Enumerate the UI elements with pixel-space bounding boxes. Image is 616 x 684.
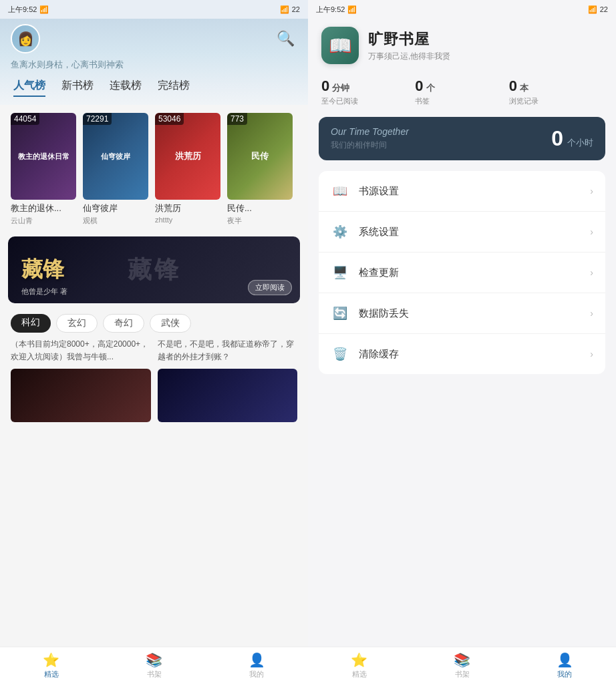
left-bottom-nav: ⭐ 精选 📚 书架 👤 我的 [0,647,308,684]
right-nav-jingxuan[interactable]: ⭐ 精选 [308,647,411,684]
left-nav-jingxuan-label: 精选 [44,669,59,679]
book-cover-bg-1: 仙穹彼岸 [83,113,148,200]
genre-scifi[interactable]: 科幻 [11,314,51,333]
profile-name: 旷野书屋 [368,29,603,49]
small-book-1[interactable] [158,369,298,422]
banner-subtitle: 他曾是少年 著 [21,287,67,297]
shuyuan-label: 书源设置 [359,185,590,198]
search-icon: 🔍 [277,30,295,47]
book-num-0: 44054 [11,113,39,125]
book-desc-list: （本书目前均定8000+，高定20000+，欢迎入坑阅读）我曾与牛顿... 不是… [0,338,308,363]
book-cover-2: 洪荒历 53046 [155,113,220,200]
book-list: 教主的退休日常 44054 教主的退休... 云山青 仙穹彼岸 72291 仙穹… [0,105,308,231]
right-battery: 22 [600,5,608,13]
tab-renqi[interactable]: 人气榜 [13,79,45,97]
menu-shuyuan[interactable]: 📖 书源设置 › [319,171,605,212]
book-num-1: 72291 [83,113,112,125]
book-title-0: 教主的退休... [11,202,76,214]
left-status-bar: 上午9:52 📶 📶 22 [0,0,308,19]
menu-xitong[interactable]: ⚙️ 系统设置 › [319,212,605,252]
left-nav-jingxuan-icon: ⭐ [43,652,59,668]
tab-xinshu[interactable]: 新书榜 [61,79,94,97]
book-title-2: 洪荒历 [155,202,220,214]
left-nav-wode[interactable]: 👤 我的 [205,647,308,684]
qingchu-chevron: › [590,349,593,359]
genre-xuanhuan[interactable]: 玄幻 [56,314,98,333]
profile-header: 📖 旷野书屋 万事须己运,他得非我贤 [308,19,616,77]
avatar-emoji: 👩 [17,31,34,47]
left-header-top: 👩 🔍 [11,24,297,53]
time-value: 0 [551,126,563,151]
time-card-subtitle: 我们的相伴时间 [331,140,409,151]
genre-wuxia[interactable]: 武侠 [150,314,191,333]
stat-minutes-label: 至今已阅读 [321,96,358,106]
left-nav-shujia-label: 书架 [147,669,162,679]
search-button[interactable]: 🔍 [273,27,297,51]
right-nav-jingxuan-icon: ⭐ [351,652,367,668]
xitong-label: 系统设置 [359,226,590,238]
menu-section: 📖 书源设置 › ⚙️ 系统设置 › 🖥️ 检查更新 › 🔄 数据防丢失 › 🗑… [319,171,605,374]
book-cover-text-3: 民传 [249,148,271,165]
stat-bookmarks-label: 书签 [415,96,430,106]
book-num-3: 773 [227,113,247,125]
left-nav-shujia-icon: 📚 [146,652,162,668]
banner[interactable]: 藏锋 藏锋 他曾是少年 著 立即阅读 [8,236,300,303]
stat-history-value: 0 本 [509,77,528,95]
right-nav-shujia[interactable]: 📚 书架 [411,647,514,684]
right-panel: 上午9:52 📶 📶 22 📖 旷野书屋 万事须己运,他得非我贤 0 分钟 至今… [308,0,616,684]
book-title-1: 仙穹彼岸 [83,202,148,214]
left-nav-wode-icon: 👤 [249,652,265,668]
left-nav-shujia[interactable]: 📚 书架 [103,647,206,684]
book-num-2: 53046 [155,113,184,125]
stats-row: 0 分钟 至今已阅读 0 个 书签 0 本 浏览记录 [308,77,616,117]
right-wifi-icon: 📶 [588,5,597,14]
jiancha-label: 检查更新 [359,267,590,279]
left-wifi-icon: 📶 [280,5,289,14]
rank-tabs: 人气榜 新书榜 连载榜 完结榜 [11,79,297,97]
banner-read-button[interactable]: 立即阅读 [248,280,292,295]
tab-wanjie[interactable]: 完结榜 [158,79,190,97]
menu-jiancha[interactable]: 🖥️ 检查更新 › [319,252,605,293]
right-nav-shujia-label: 书架 [455,669,470,679]
tab-lianzai[interactable]: 连载榜 [110,79,142,97]
app-icon-emoji: 📖 [329,35,352,57]
book-item-0[interactable]: 教主的退休日常 44054 教主的退休... 云山青 [11,113,76,226]
stat-minutes-value: 0 分钟 [321,77,349,95]
genre-qihuan[interactable]: 奇幻 [103,314,144,333]
banner-title: 藏锋 [21,255,64,285]
shuju-label: 数据防丢失 [359,307,590,320]
banner-bg-text: 藏锋 [128,254,181,287]
book-item-1[interactable]: 仙穹彼岸 72291 仙穹彼岸 观棋 [83,113,148,226]
small-book-0[interactable] [11,369,151,422]
avatar[interactable]: 👩 [11,24,40,53]
time-card: Our Time Together 我们的相伴时间 0 个小时 [319,117,605,160]
menu-shuju[interactable]: 🔄 数据防丢失 › [319,293,605,334]
left-status-right: 📶 22 [280,5,300,14]
jiancha-icon: 🖥️ [331,263,349,282]
qingchu-icon: 🗑️ [331,345,349,363]
header-motto: 鱼离水则身枯，心离书则神索 [11,59,297,71]
stat-history-label: 浏览记录 [509,96,538,106]
book-item-2[interactable]: 洪荒历 53046 洪荒历 zhttty [155,113,220,226]
stat-history: 0 本 浏览记录 [509,77,603,106]
right-status-left: 上午9:52 📶 [316,5,357,15]
stat-minutes: 0 分钟 至今已阅读 [321,77,415,106]
book-cover-text-2: 洪荒历 [172,148,204,165]
book-cover-bg-2: 洪荒历 [155,113,220,200]
right-nav-wode[interactable]: 👤 我的 [513,647,616,684]
time-card-left: Our Time Together 我们的相伴时间 [331,126,409,151]
left-nav-jingxuan[interactable]: ⭐ 精选 [0,647,103,684]
right-nav-jingxuan-label: 精选 [352,669,367,679]
right-bottom-nav: ⭐ 精选 📚 书架 👤 我的 [308,647,616,684]
jiancha-chevron: › [590,267,593,278]
right-status-right: 📶 22 [588,5,608,14]
menu-qingchu[interactable]: 🗑️ 清除缓存 › [319,334,605,374]
book-cover-text-1: 仙穹彼岸 [98,149,133,164]
time-unit: 个小时 [567,137,593,149]
book-cover-0: 教主的退休日常 44054 [11,113,76,200]
left-status-left: 上午9:52 📶 [8,5,49,15]
time-card-title: Our Time Together [331,126,409,137]
xitong-icon: ⚙️ [331,222,349,241]
book-item-3[interactable]: 民传 773 民传... 夜半 [227,113,293,226]
stat-bookmarks: 0 个 书签 [415,77,508,106]
